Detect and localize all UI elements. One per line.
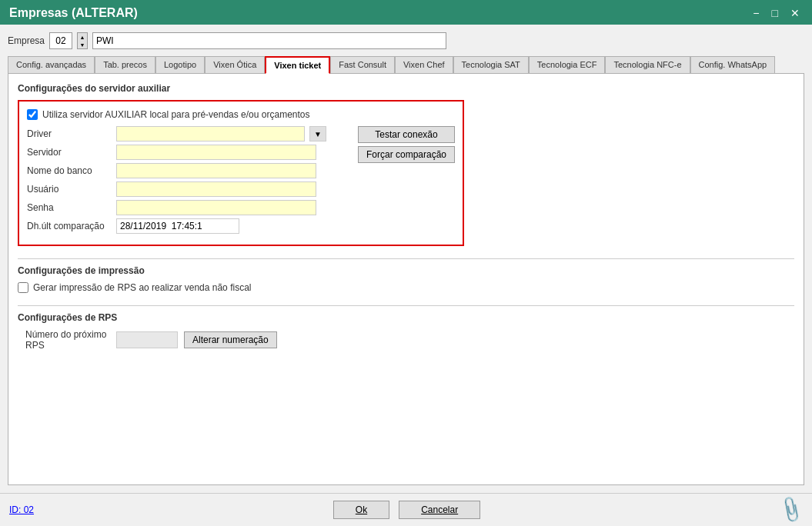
empresa-number-input[interactable] xyxy=(49,32,72,49)
empresa-name-input[interactable] xyxy=(92,32,446,49)
tab-logotipo[interactable]: Logotipo xyxy=(155,56,205,74)
tab-tab-precos[interactable]: Tab. precos xyxy=(95,56,155,74)
fields-left: Driver ▼ Servidor xyxy=(27,126,350,237)
tab-tecnologia-nfc[interactable]: Tecnologia NFC-e xyxy=(605,56,690,74)
print-config-section: Configurações de impressão Gerar impress… xyxy=(18,265,794,293)
spinner-up[interactable]: ▲ xyxy=(78,33,87,41)
footer-id-link[interactable]: ID: 02 xyxy=(9,504,34,515)
maximize-button[interactable]: □ xyxy=(769,7,781,19)
cancel-button[interactable]: Cancelar xyxy=(399,501,480,519)
date-input[interactable] xyxy=(116,218,239,234)
senha-input[interactable] xyxy=(116,200,316,215)
rps-number-input[interactable] xyxy=(116,331,178,348)
usuario-input[interactable] xyxy=(116,181,316,197)
date-row: Dh.últ comparação xyxy=(27,218,350,234)
rps-checkbox-row: Gerar impressão de RPS ao realizar venda… xyxy=(18,282,794,293)
title-bar: Empresas (ALTERAR) − □ ✕ xyxy=(0,0,812,25)
auxiliar-checkbox-row: Utiliza servidor AUXILIAR local para pré… xyxy=(27,109,455,120)
banco-label: Nome do banco xyxy=(27,165,112,176)
tab-tecnologia-sat[interactable]: Tecnologia SAT xyxy=(453,56,529,74)
alter-numbering-button[interactable]: Alterar numeração xyxy=(184,331,277,348)
server-config-title: Configurações do servidor auxiliar xyxy=(18,83,794,94)
date-label: Dh.últ comparação xyxy=(27,221,112,231)
usuario-label: Usuário xyxy=(27,184,112,195)
servidor-row: Servidor xyxy=(27,145,350,160)
senha-label: Senha xyxy=(27,202,112,213)
usuario-row: Usuário xyxy=(27,181,350,197)
auxiliar-checkbox[interactable] xyxy=(27,109,38,120)
tabs-container: Config. avançadas Tab. precos Logotipo V… xyxy=(8,55,804,73)
tab-vixen-chef[interactable]: Vixen Chef xyxy=(395,56,453,74)
tab-tecnologia-ecf[interactable]: Tecnologia ECF xyxy=(529,56,606,74)
driver-label: Driver xyxy=(27,128,112,139)
empresa-label: Empresa xyxy=(8,35,45,46)
tab-fast-consult[interactable]: Fast Consult xyxy=(330,56,395,74)
spinner-down[interactable]: ▼ xyxy=(78,41,87,48)
driver-dropdown[interactable]: ▼ xyxy=(309,126,326,141)
rps-config-section: Configurações de RPS Número do próximo R… xyxy=(18,312,794,351)
servidor-label: Servidor xyxy=(27,147,112,158)
content-area: Empresa ▲ ▼ Config. avançadas Tab. preco… xyxy=(0,25,812,493)
rps-row: Número do próximo RPS Alterar numeração xyxy=(25,329,794,351)
window-title: Empresas (ALTERAR) xyxy=(9,6,138,20)
rps-config-title: Configurações de RPS xyxy=(18,312,794,323)
banco-input[interactable] xyxy=(116,163,316,178)
server-config-box: Utiliza servidor AUXILIAR local para pré… xyxy=(18,100,464,246)
bottom-fields: Driver ▼ Servidor xyxy=(27,126,455,237)
tab-vixen-ticket[interactable]: Vixen ticket xyxy=(265,56,330,74)
divider-1 xyxy=(18,258,794,259)
force-comparison-button[interactable]: Forçar comparação xyxy=(358,146,455,163)
close-button[interactable]: ✕ xyxy=(787,7,803,19)
test-connection-button[interactable]: Testar conexão xyxy=(358,126,455,143)
tab-config-whatsapp[interactable]: Config. WhatsApp xyxy=(690,56,776,74)
rps-print-label: Gerar impressão de RPS ao realizar venda… xyxy=(33,282,251,293)
tab-vixen-otica[interactable]: Vixen Ótica xyxy=(205,56,265,74)
server-config-section: Configurações do servidor auxiliar Utili… xyxy=(18,83,794,246)
driver-input[interactable] xyxy=(116,126,305,141)
servidor-input[interactable] xyxy=(116,145,316,160)
footer: ID: 02 Ok Cancelar 📎 xyxy=(0,493,812,526)
print-config-title: Configurações de impressão xyxy=(18,265,794,276)
ok-button[interactable]: Ok xyxy=(333,501,389,519)
rps-print-checkbox[interactable] xyxy=(18,282,28,293)
minimize-button[interactable]: − xyxy=(750,7,762,19)
rps-field-label: Número do próximo RPS xyxy=(25,329,110,351)
empresa-spinner[interactable]: ▲ ▼ xyxy=(77,32,88,49)
main-window: Empresas (ALTERAR) − □ ✕ Empresa ▲ ▼ Con… xyxy=(0,0,812,526)
clip-icon: 📎 xyxy=(775,494,807,526)
divider-2 xyxy=(18,305,794,306)
window-controls: − □ ✕ xyxy=(750,7,803,19)
driver-row: Driver ▼ xyxy=(27,126,350,141)
tab-content: Configurações do servidor auxiliar Utili… xyxy=(8,73,804,485)
actions-col: Testar conexão Forçar comparação xyxy=(358,126,455,163)
tab-config-avancadas[interactable]: Config. avançadas xyxy=(8,56,95,74)
tabs-section: Config. avançadas Tab. precos Logotipo V… xyxy=(8,55,804,485)
auxiliar-checkbox-label: Utiliza servidor AUXILIAR local para pré… xyxy=(42,109,310,120)
senha-row: Senha xyxy=(27,200,350,215)
banco-row: Nome do banco xyxy=(27,163,350,178)
footer-buttons: Ok Cancelar xyxy=(333,501,480,519)
empresa-row: Empresa ▲ ▼ xyxy=(8,32,804,49)
